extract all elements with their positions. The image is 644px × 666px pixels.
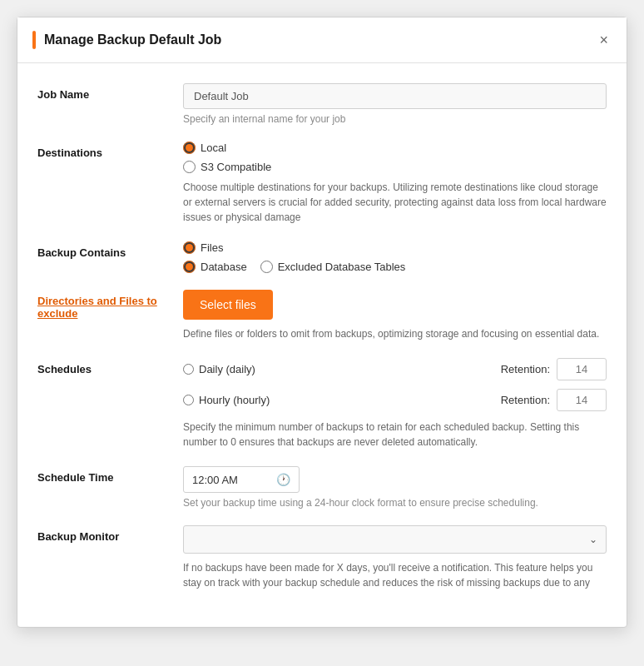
modal-header: Manage Backup Default Job × (17, 17, 627, 63)
destination-s3-radio[interactable] (183, 161, 196, 173)
destination-s3-label: S3 Compatible (201, 161, 271, 173)
destinations-description: Choose multiple destinations for your ba… (183, 180, 607, 225)
backup-contains-files[interactable]: Files (183, 241, 607, 254)
schedules-row: Schedules Daily (daily) Retention: H (37, 358, 607, 450)
backup-contains-row: Backup Contains Files Database (37, 241, 607, 273)
backup-monitor-row: Backup Monitor ⌄ If no backups have been… (37, 525, 607, 590)
backup-monitor-description: If no backups have been made for X days,… (183, 560, 607, 590)
retention-hourly-input[interactable] (557, 389, 607, 411)
select-files-button[interactable]: Select files (183, 290, 273, 320)
backup-excluded-tables-radio[interactable] (260, 261, 273, 273)
header-left: Manage Backup Default Job (32, 31, 221, 49)
destinations-radio-group: Local S3 Compatible (183, 142, 607, 173)
schedule-hourly-label: Hourly (hourly) (199, 394, 270, 406)
destinations-label: Destinations (37, 142, 183, 159)
backup-monitor-dropdown[interactable]: ⌄ (183, 525, 607, 554)
directories-files-description: Define files or folders to omit from bac… (183, 326, 607, 341)
clock-icon: 🕐 (276, 473, 290, 486)
modal-manage-backup: Manage Backup Default Job × Job Name Spe… (17, 17, 627, 628)
job-name-row: Job Name Specify an internal name for yo… (37, 83, 607, 125)
schedule-hourly-row: Hourly (hourly) Retention: (183, 389, 607, 411)
schedule-daily[interactable]: Daily (daily) (183, 363, 255, 375)
schedule-time-hint: Set your backup time using a 24-hour clo… (183, 497, 607, 509)
backup-monitor-content: ⌄ If no backups have been made for X day… (183, 525, 607, 590)
chevron-down-icon: ⌄ (589, 534, 597, 545)
job-name-label: Job Name (37, 83, 183, 101)
backup-contains-excluded-tables[interactable]: Excluded Database Tables (260, 261, 406, 273)
directories-files-content: Select files Define files or folders to … (183, 290, 607, 341)
retention-hourly-label: Retention: (501, 394, 550, 406)
modal-title: Manage Backup Default Job (44, 32, 221, 47)
destinations-content: Local S3 Compatible Choose multiple dest… (183, 142, 607, 225)
schedule-time-content: 12:00 AM 🕐 Set your backup time using a … (183, 466, 607, 509)
backup-files-radio[interactable] (183, 241, 196, 254)
retention-daily-group: Retention: (501, 358, 607, 380)
schedule-time-row: Schedule Time 12:00 AM 🕐 Set your backup… (37, 466, 607, 509)
backup-excluded-tables-label: Excluded Database Tables (278, 261, 406, 273)
schedule-daily-row: Daily (daily) Retention: (183, 358, 607, 380)
schedules-label: Schedules (37, 358, 183, 375)
schedule-daily-radio[interactable] (183, 364, 194, 375)
directories-files-row: Directories and Files to exclude Select … (37, 290, 607, 341)
backup-contains-group: Files Database Excluded Database Tables (183, 241, 607, 273)
schedule-hourly[interactable]: Hourly (hourly) (183, 394, 270, 406)
header-accent-bar (32, 31, 36, 49)
retention-hourly-group: Retention: (501, 389, 607, 411)
destinations-row: Destinations Local S3 Compatible Choose … (37, 142, 607, 225)
backup-files-label: Files (201, 241, 223, 254)
retention-daily-input[interactable] (557, 358, 607, 380)
time-input-container[interactable]: 12:00 AM 🕐 (183, 466, 300, 493)
directories-files-label: Directories and Files to exclude (37, 290, 183, 320)
destination-local[interactable]: Local (183, 142, 607, 154)
job-name-content: Specify an internal name for your job (183, 83, 607, 125)
schedules-content: Daily (daily) Retention: Hourly (hourly)… (183, 358, 607, 450)
schedule-time-label: Schedule Time (37, 466, 183, 484)
backup-contains-label: Backup Contains (37, 241, 183, 259)
backup-monitor-label: Backup Monitor (37, 525, 183, 543)
destination-local-label: Local (201, 142, 226, 154)
backup-contains-content: Files Database Excluded Database Tables (183, 241, 607, 273)
backup-contains-db-row: Database Excluded Database Tables (183, 261, 607, 273)
schedule-hourly-radio[interactable] (183, 395, 194, 405)
schedules-description: Specify the minimum number of backups to… (183, 420, 607, 450)
modal-body: Job Name Specify an internal name for yo… (17, 63, 627, 627)
job-name-hint: Specify an internal name for your job (183, 113, 607, 125)
destination-local-radio[interactable] (183, 142, 196, 154)
backup-database-label: Database (201, 261, 247, 273)
time-value: 12:00 AM (192, 474, 238, 486)
close-button[interactable]: × (596, 29, 612, 51)
backup-database-radio[interactable] (183, 261, 196, 273)
backup-contains-database[interactable]: Database (183, 261, 247, 273)
retention-daily-label: Retention: (501, 363, 550, 375)
job-name-input[interactable] (183, 83, 607, 109)
schedule-daily-label: Daily (daily) (199, 363, 255, 375)
destination-s3[interactable]: S3 Compatible (183, 161, 607, 173)
